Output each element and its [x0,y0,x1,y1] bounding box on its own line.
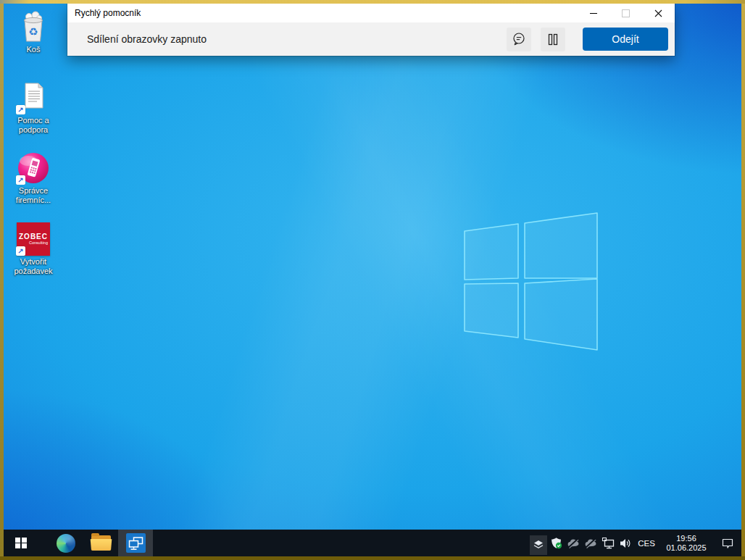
screen-sharing-status: Sdílení obrazovky zapnuto [87,33,207,45]
chat-button[interactable] [507,28,531,51]
screen-share-border-right [741,4,745,556]
desktop-icon-label: Vytvořit požadavek [7,257,60,276]
shortcut-arrow-icon: ↗ [16,246,25,256]
start-button[interactable] [4,530,38,556]
windows-logo [459,208,604,356]
shortcut-arrow-icon: ↗ [16,175,25,185]
desktop-icon-create-request[interactable]: ZOBEC Consulting ↗ Vytvořit požadavek [6,222,61,276]
windows-security-icon [550,537,562,549]
svg-text:♻: ♻ [28,25,38,38]
window-title: Rychlý pomocník [67,8,577,18]
minimize-button[interactable] [577,4,609,22]
clock-date: 01.06.2025 [659,543,714,553]
tray-network-button[interactable] [599,530,617,556]
screen-share-border-top [0,0,745,4]
wallpaper-light-beams [4,4,741,530]
desktop-wallpaper: ♻ Koš ↗ Pomoc a podpora [4,4,741,530]
taskbar-file-explorer-button[interactable] [83,530,118,556]
pause-icon [547,33,559,46]
taskbar-quick-assist-button[interactable] [118,530,153,556]
screen-share-border-left [0,4,4,556]
taskbar-edge-button[interactable] [49,530,83,556]
desktop-icon-phone-manager[interactable]: ↗ Správce firemníc... [6,151,61,205]
onedrive-disabled-icon [567,538,580,549]
tray-onedrive-disabled-button-2[interactable] [582,530,599,556]
quick-assist-icon [126,533,146,553]
window-titlebar[interactable]: Rychlý pomocník [67,4,675,22]
screen-share-border-bottom [0,556,745,560]
desktop-icon-label: Pomoc a podpora [7,116,60,135]
network-ethernet-icon [602,537,615,549]
tray-onedrive-disabled-button[interactable] [565,530,582,556]
recycle-bin-icon: ♻ [17,9,50,44]
maximize-button [609,4,642,22]
close-icon [654,9,662,17]
layers-tray-icon [533,539,544,551]
action-center-icon [721,538,734,549]
language-indicator[interactable]: CES [634,539,659,548]
tray-layers-button[interactable] [530,535,547,555]
zobec-brand-subtext: Consulting [29,241,48,246]
leave-button[interactable]: Odejít [583,28,668,51]
zobec-brand-text: ZOBEC [19,233,48,241]
tray-defender-button[interactable] [547,530,565,556]
minimize-icon [590,13,597,14]
desktop-icon-help-support[interactable]: ↗ Pomoc a podpora [6,80,61,135]
chat-icon [512,32,526,46]
window-body: Sdílení obrazovky zapnuto Odejít [67,22,675,56]
pause-sharing-button[interactable] [541,28,565,51]
maximize-icon [622,9,630,17]
windows-start-icon [15,538,27,549]
action-center-button[interactable] [714,538,741,549]
taskbar: CES 19:56 01.06.2025 [4,530,741,556]
system-tray: CES 19:56 01.06.2025 [530,530,741,556]
clock-time: 19:56 [659,534,714,543]
file-explorer-icon [91,535,111,551]
desktop-icon-recycle-bin[interactable]: ♻ Koš [6,9,61,54]
close-button[interactable] [642,4,675,22]
tray-volume-button[interactable] [617,530,634,556]
edge-icon [57,534,75,553]
desktop-icon-label: Správce firemníc... [7,186,60,205]
clock[interactable]: 19:56 01.06.2025 [659,534,714,553]
quick-assist-window: Rychlý pomocník Sdílení obrazovky zapnut… [67,4,675,56]
shortcut-arrow-icon: ↗ [16,105,25,114]
desktop-icon-label: Koš [27,45,41,54]
onedrive-disabled-icon [584,538,597,549]
volume-icon [619,538,632,549]
